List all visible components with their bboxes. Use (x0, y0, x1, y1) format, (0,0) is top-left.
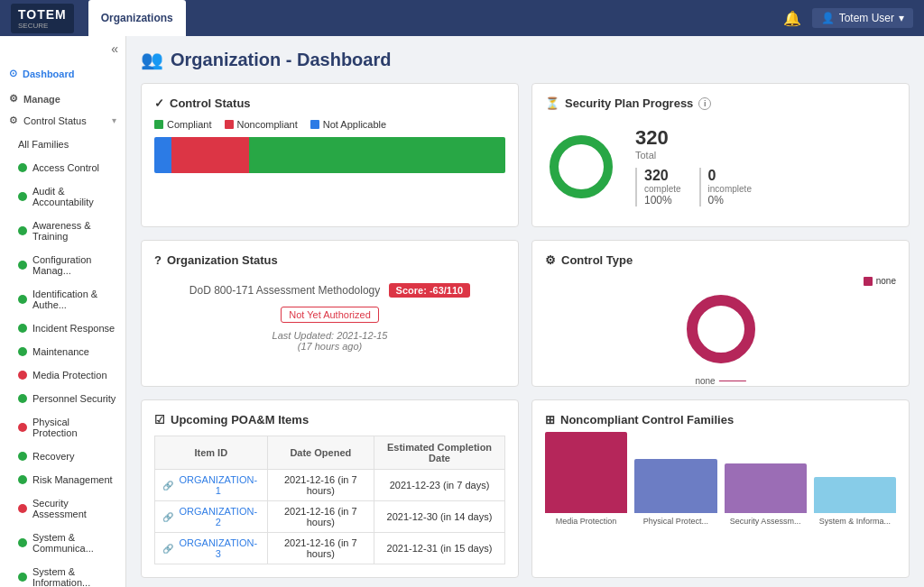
sidebar-item-security-assessment[interactable]: Security Assessment (0, 491, 125, 526)
sidebar-item-personnel[interactable]: Personnel Security (0, 387, 125, 410)
status-dot-green (18, 226, 27, 235)
security-plan-title-text: Security Plan Progress (565, 96, 693, 110)
methodology-row: DoD 800-171 Assessment Methodology Score… (154, 283, 505, 298)
control-type-donut (680, 289, 762, 370)
info-icon[interactable]: i (698, 97, 711, 110)
table-row[interactable]: 🔗 ORGANIZATION-3 2021-12-16 (in 7 hours)… (155, 533, 505, 564)
last-updated: Last Updated: 2021-12-15 (17 hours ago) (154, 330, 505, 352)
bar-column: System & Informa... (814, 477, 896, 526)
sidebar-item-all-families[interactable]: All Families (0, 133, 125, 156)
sidebar-item-recovery[interactable]: Recovery (0, 445, 125, 468)
total-label: Total (635, 150, 896, 161)
not-applicable-label: Not Applicable (323, 119, 386, 130)
control-status-title: ✓ Control Status (154, 96, 505, 110)
sidebar-item-system-info[interactable]: System & Information... (0, 560, 125, 587)
control-type-legend: none (864, 276, 896, 286)
control-type-card: ⚙ Control Type none none (531, 240, 910, 387)
bar-column: Media Protection (545, 432, 627, 526)
bar-label: System & Informa... (819, 517, 891, 526)
table-row[interactable]: 🔗 ORGANIZATION-2 2021-12-16 (in 7 hours)… (155, 501, 505, 533)
page-title: 👥 Organization - Dashboard (141, 49, 910, 70)
logo-sub: SECURE (18, 22, 67, 30)
sidebar-item-physical[interactable]: Physical Protection (0, 410, 125, 445)
sidebar-item-config[interactable]: Configuration Manag... (0, 248, 125, 282)
svg-point-3 (692, 300, 750, 358)
poam-completion-date: 2021-12-23 (in 7 days) (374, 470, 505, 501)
poam-table-header: Item ID Date Opened Estimated Completion… (155, 436, 505, 470)
organizations-tab[interactable]: Organizations (88, 0, 186, 36)
risk-mgmt-label: Risk Management (32, 474, 113, 485)
sidebar-item-media[interactable]: Media Protection (0, 363, 125, 387)
poam-item-id[interactable]: 🔗 ORGANIZATION-3 (155, 533, 268, 564)
sidebar-item-control-status[interactable]: ⚙ Control Status ▾ (0, 108, 125, 133)
col-date-opened: Date Opened (267, 436, 374, 470)
table-row[interactable]: 🔗 ORGANIZATION-1 2021-12-16 (in 7 hours)… (155, 470, 505, 501)
bar-label: Security Assessm... (730, 517, 801, 526)
sidebar-item-label: Dashboard (23, 69, 74, 79)
complete-value: 320 (644, 168, 681, 184)
personnel-label: Personnel Security (32, 393, 116, 404)
poam-title-text: Upcoming POA&M Items (171, 413, 309, 426)
user-menu-button[interactable]: 👤 Totem User ▾ (812, 8, 913, 28)
config-label: Configuration Manag... (32, 254, 116, 276)
notifications-icon[interactable]: 🔔 (783, 10, 801, 27)
control-status-bar (154, 137, 505, 173)
sidebar-item-audit[interactable]: Audit & Accountability (0, 179, 125, 214)
status-dot-red (18, 371, 27, 380)
bar-noncompliant (171, 137, 249, 173)
org-status-title-text: Organization Status (167, 253, 278, 267)
poam-table: Item ID Date Opened Estimated Completion… (154, 436, 505, 564)
score-badge: Score: -63/110 (389, 283, 471, 298)
bar-compliant (249, 137, 505, 173)
sidebar-item-maintenance[interactable]: Maintenance (0, 340, 125, 363)
user-avatar-icon: 👤 (821, 12, 835, 24)
poam-item-id[interactable]: 🔗 ORGANIZATION-1 (155, 470, 268, 501)
awareness-label: Awareness & Training (32, 220, 116, 242)
dashboard-icon: ⊙ (9, 68, 17, 79)
dashboard-grid: ✓ Control Status Compliant Noncompliant … (141, 83, 910, 578)
control-type-title: ⚙ Control Type (545, 253, 896, 267)
sidebar-item-incident[interactable]: Incident Response (0, 316, 125, 340)
poam-link-icon: 🔗 (162, 481, 173, 491)
timer-icon: ⏳ (545, 96, 559, 110)
sidebar-item-access-control[interactable]: Access Control (0, 156, 125, 179)
incomplete-label: incomplete (708, 184, 752, 194)
progress-stats: 320 Total 320 complete 100% 0 incomplete (635, 126, 896, 206)
org-status-body: DoD 800-171 Assessment Methodology Score… (154, 276, 505, 359)
sidebar-item-awareness[interactable]: Awareness & Training (0, 214, 125, 248)
sidebar-item-identification[interactable]: Identification & Authe... (0, 282, 125, 316)
sidebar-manage-label: Manage (23, 94, 60, 105)
legend-compliant: Compliant (154, 119, 212, 130)
not-applicable-color (310, 120, 319, 129)
poam-date-opened: 2021-12-16 (in 7 hours) (267, 533, 374, 564)
sidebar-item-system-comm[interactable]: System & Communica... (0, 526, 125, 560)
control-status-icon: ⚙ (9, 115, 18, 126)
nav-right: 🔔 👤 Totem User ▾ (783, 8, 913, 28)
sidebar-item-dashboard[interactable]: ⊙ Dashboard (0, 61, 125, 86)
poam-title-icon: ☑ (154, 413, 165, 426)
org-status-title: ? Organization Status (154, 253, 505, 267)
physical-label: Physical Protection (32, 417, 116, 438)
poam-link-icon: 🔗 (162, 544, 173, 554)
incident-label: Incident Response (32, 323, 115, 334)
status-dot-green (18, 295, 27, 304)
status-dot-green (18, 261, 27, 270)
complete-stat: 320 complete 100% (635, 168, 681, 206)
svg-point-1 (554, 140, 608, 194)
top-nav: TOTEM SECURE Organizations 🔔 👤 Totem Use… (0, 0, 924, 36)
sidebar-item-risk-mgmt[interactable]: Risk Management (0, 468, 125, 491)
control-status-legend: Compliant Noncompliant Not Applicable (154, 119, 505, 130)
sidebar-collapse-button[interactable]: « (0, 36, 125, 61)
noncompliant-title: ⊞ Noncompliant Control Families (545, 413, 896, 426)
status-dot-red (18, 504, 27, 513)
bar-not-applicable (154, 137, 171, 173)
time-ago: (17 hours ago) (154, 341, 505, 352)
bar-rect (725, 463, 807, 513)
user-label: Totem User (839, 12, 894, 24)
security-assessment-label: Security Assessment (32, 498, 116, 519)
status-dot-green (18, 573, 27, 582)
noncompliant-label: Noncompliant (237, 119, 298, 130)
stats-row: 320 complete 100% 0 incomplete 0% (635, 168, 896, 206)
poam-link-icon: 🔗 (162, 512, 173, 522)
poam-item-id[interactable]: 🔗 ORGANIZATION-2 (155, 501, 268, 533)
